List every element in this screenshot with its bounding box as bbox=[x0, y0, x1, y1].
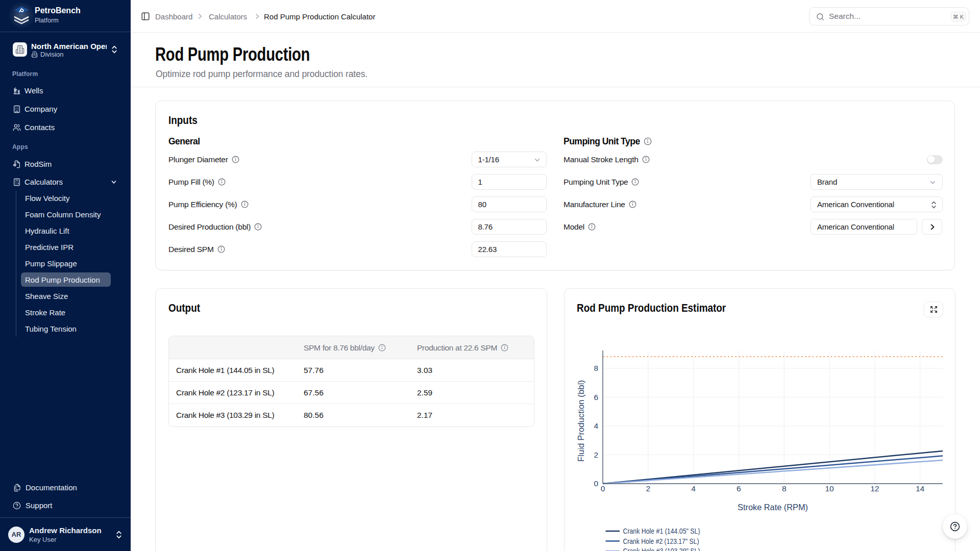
svg-text:Crank Hole #1 (144.05" SL): Crank Hole #1 (144.05" SL) bbox=[623, 527, 700, 535]
svg-text:2: 2 bbox=[646, 484, 650, 493]
svg-text:12: 12 bbox=[870, 484, 879, 493]
svg-text:10: 10 bbox=[825, 484, 834, 493]
svg-text:0: 0 bbox=[601, 484, 605, 493]
svg-text:Fluid Production (bbl): Fluid Production (bbl) bbox=[576, 380, 585, 462]
svg-text:Stroke Rate (RPM): Stroke Rate (RPM) bbox=[738, 503, 808, 512]
svg-text:Crank Hole #3 (103.29" SL): Crank Hole #3 (103.29" SL) bbox=[623, 546, 700, 551]
svg-text:8: 8 bbox=[594, 364, 598, 372]
svg-text:14: 14 bbox=[916, 484, 925, 493]
svg-text:0: 0 bbox=[594, 479, 598, 488]
svg-text:4: 4 bbox=[691, 484, 696, 493]
svg-text:6: 6 bbox=[594, 393, 598, 402]
svg-text:4: 4 bbox=[594, 421, 598, 430]
svg-text:Crank Hole #2 (123.17" SL): Crank Hole #2 (123.17" SL) bbox=[623, 537, 699, 545]
svg-text:2: 2 bbox=[594, 450, 598, 459]
svg-text:8: 8 bbox=[782, 484, 787, 493]
svg-text:6: 6 bbox=[737, 484, 741, 493]
